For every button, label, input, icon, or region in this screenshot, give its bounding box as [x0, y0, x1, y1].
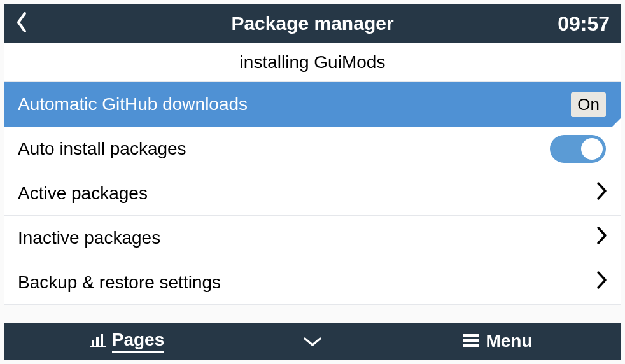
header-bar: Package manager 09:57 — [4, 4, 621, 43]
svg-rect-3 — [101, 334, 103, 346]
toggle-switch[interactable] — [550, 135, 606, 163]
row-auto-install-packages[interactable]: Auto install packages — [4, 127, 621, 171]
blank-area — [4, 305, 621, 323]
svg-rect-0 — [90, 346, 106, 347]
dropdown-value[interactable]: On — [571, 92, 606, 117]
pages-button[interactable]: Pages — [4, 323, 251, 360]
row-backup-restore-settings[interactable]: Backup & restore settings — [4, 260, 621, 305]
svg-rect-1 — [92, 340, 94, 346]
expand-down-button[interactable] — [251, 323, 374, 360]
corner-indicator-icon — [612, 118, 621, 127]
chevron-right-icon — [596, 226, 607, 249]
status-row: installing GuiMods — [4, 43, 621, 82]
settings-list: Automatic GitHub downloads On Auto insta… — [4, 82, 621, 323]
footer-bar: Pages Menu — [4, 323, 621, 360]
menu-label: Menu — [486, 331, 532, 351]
menu-button[interactable]: Menu — [374, 323, 621, 360]
svg-rect-4 — [463, 334, 479, 337]
clock: 09:57 — [558, 12, 610, 36]
chevron-down-icon — [303, 331, 322, 351]
bar-chart-icon — [90, 331, 106, 351]
chevron-right-icon — [596, 270, 607, 294]
svg-rect-6 — [463, 344, 479, 347]
row-active-packages[interactable]: Active packages — [4, 171, 621, 216]
svg-rect-2 — [96, 337, 99, 346]
chevron-right-icon — [596, 181, 607, 205]
page-title: Package manager — [4, 13, 621, 34]
row-label: Active packages — [18, 183, 596, 204]
svg-rect-5 — [463, 339, 479, 342]
chevron-left-icon — [15, 11, 28, 36]
row-inactive-packages[interactable]: Inactive packages — [4, 216, 621, 260]
row-label: Backup & restore settings — [18, 272, 596, 293]
row-label: Automatic GitHub downloads — [18, 94, 571, 115]
row-label: Auto install packages — [18, 139, 550, 159]
status-text: installing GuiMods — [240, 52, 386, 73]
hamburger-icon — [463, 331, 479, 351]
row-label: Inactive packages — [18, 228, 596, 248]
row-auto-github-downloads[interactable]: Automatic GitHub downloads On — [4, 82, 621, 127]
back-button[interactable] — [15, 11, 41, 36]
pages-label: Pages — [112, 330, 165, 353]
toggle-knob-icon — [581, 138, 603, 160]
